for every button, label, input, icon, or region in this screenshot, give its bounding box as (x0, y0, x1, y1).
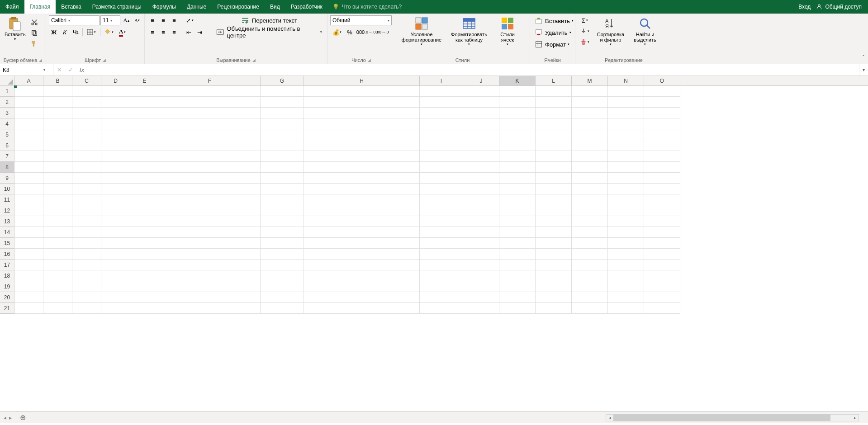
cell-N10[interactable] (608, 184, 644, 194)
cell-H5[interactable] (304, 129, 420, 140)
enter-formula-button[interactable]: ✓ (68, 66, 73, 73)
cell-M8[interactable] (572, 162, 608, 173)
cell-O8[interactable] (644, 162, 680, 173)
cell-E8[interactable] (130, 162, 159, 173)
cell-G4[interactable] (261, 118, 304, 129)
cell-styles-button[interactable]: Стили ячеек▾ (493, 15, 522, 47)
cell-K10[interactable] (499, 184, 536, 194)
row-header-8[interactable]: 8 (0, 162, 14, 173)
cell-C2[interactable] (72, 97, 101, 108)
row-header-14[interactable]: 14 (0, 227, 14, 238)
cell-M1[interactable] (572, 86, 608, 97)
row-header-2[interactable]: 2 (0, 97, 14, 108)
cell-L5[interactable] (536, 129, 572, 140)
increase-decimal-button[interactable]: .0→.00 (366, 27, 376, 37)
cell-E7[interactable] (130, 151, 159, 162)
cell-D8[interactable] (101, 162, 130, 173)
cell-O20[interactable] (644, 292, 680, 303)
cell-E9[interactable] (130, 173, 159, 184)
cancel-formula-button[interactable]: ✕ (57, 66, 62, 73)
cell-E11[interactable] (130, 194, 159, 205)
cell-H7[interactable] (304, 151, 420, 162)
align-right-button[interactable]: ≡ (169, 27, 179, 37)
fill-button[interactable]: ▾ (578, 26, 592, 36)
cell-O15[interactable] (644, 238, 680, 249)
wrap-text-button[interactable]: Перенести текст (214, 15, 324, 25)
increase-font-button[interactable]: A▴ (121, 15, 131, 25)
cell-M6[interactable] (572, 140, 608, 151)
cell-M13[interactable] (572, 216, 608, 227)
row-header-10[interactable]: 10 (0, 184, 14, 194)
cell-E19[interactable] (130, 281, 159, 292)
cell-J20[interactable] (463, 292, 499, 303)
cell-M11[interactable] (572, 194, 608, 205)
cell-F19[interactable] (159, 281, 261, 292)
cell-K14[interactable] (499, 227, 536, 238)
cell-M21[interactable] (572, 303, 608, 314)
cell-D14[interactable] (101, 227, 130, 238)
cell-D21[interactable] (101, 303, 130, 314)
cell-O4[interactable] (644, 118, 680, 129)
column-header-B[interactable]: B (43, 76, 72, 85)
cell-C18[interactable] (72, 270, 101, 281)
cell-D4[interactable] (101, 118, 130, 129)
cell-N12[interactable] (608, 205, 644, 216)
cell-N2[interactable] (608, 97, 644, 108)
cell-H19[interactable] (304, 281, 420, 292)
paste-button[interactable]: Вставить ▾ (3, 15, 28, 42)
cell-M7[interactable] (572, 151, 608, 162)
sort-filter-button[interactable]: АЯ Сортировка и фильтр▾ (593, 15, 628, 47)
cell-K8[interactable] (499, 162, 536, 173)
ribbon-tab-главная[interactable]: Главная (24, 0, 56, 14)
format-cells-button[interactable]: Формат▾ (533, 39, 572, 50)
cell-K1[interactable] (499, 86, 536, 97)
cell-H18[interactable] (304, 270, 420, 281)
italic-button[interactable]: К (60, 27, 70, 37)
cell-C7[interactable] (72, 151, 101, 162)
cell-L19[interactable] (536, 281, 572, 292)
cell-J18[interactable] (463, 270, 499, 281)
cell-H8[interactable] (304, 162, 420, 173)
cell-N3[interactable] (608, 108, 644, 118)
cell-L11[interactable] (536, 194, 572, 205)
cell-F15[interactable] (159, 238, 261, 249)
cell-F7[interactable] (159, 151, 261, 162)
sheet-nav-first[interactable]: ◂ (4, 415, 6, 421)
cell-B21[interactable] (43, 303, 72, 314)
format-as-table-button[interactable]: Форматировать как таблицу▾ (447, 15, 491, 47)
cell-O11[interactable] (644, 194, 680, 205)
add-sheet-button[interactable]: ⊕ (15, 413, 30, 422)
cell-D12[interactable] (101, 205, 130, 216)
cell-F16[interactable] (159, 249, 261, 260)
column-header-J[interactable]: J (463, 76, 499, 85)
cell-F4[interactable] (159, 118, 261, 129)
cell-C14[interactable] (72, 227, 101, 238)
cell-A18[interactable] (14, 270, 43, 281)
cell-I5[interactable] (420, 129, 463, 140)
cell-J13[interactable] (463, 216, 499, 227)
row-header-1[interactable]: 1 (0, 86, 14, 97)
cell-K2[interactable] (499, 97, 536, 108)
cell-C13[interactable] (72, 216, 101, 227)
insert-function-button[interactable]: fx (80, 66, 84, 73)
number-format-dropdown[interactable]: Общий▾ (330, 15, 392, 25)
cell-F5[interactable] (159, 129, 261, 140)
cell-I19[interactable] (420, 281, 463, 292)
cell-O2[interactable] (644, 97, 680, 108)
cell-M20[interactable] (572, 292, 608, 303)
cell-I15[interactable] (420, 238, 463, 249)
insert-cells-button[interactable]: Вставить▾ (533, 15, 576, 26)
cell-L12[interactable] (536, 205, 572, 216)
cell-C3[interactable] (72, 108, 101, 118)
delete-cells-button[interactable]: Удалить▾ (533, 27, 574, 38)
spreadsheet-grid[interactable]: ABCDEFGHIJKLMNO 123456789101112131415161… (0, 76, 868, 411)
cell-E5[interactable] (130, 129, 159, 140)
cell-O5[interactable] (644, 129, 680, 140)
cell-E21[interactable] (130, 303, 159, 314)
cell-G11[interactable] (261, 194, 304, 205)
cell-F2[interactable] (159, 97, 261, 108)
column-header-E[interactable]: E (130, 76, 159, 85)
cell-I20[interactable] (420, 292, 463, 303)
cell-H2[interactable] (304, 97, 420, 108)
row-header-15[interactable]: 15 (0, 238, 14, 249)
